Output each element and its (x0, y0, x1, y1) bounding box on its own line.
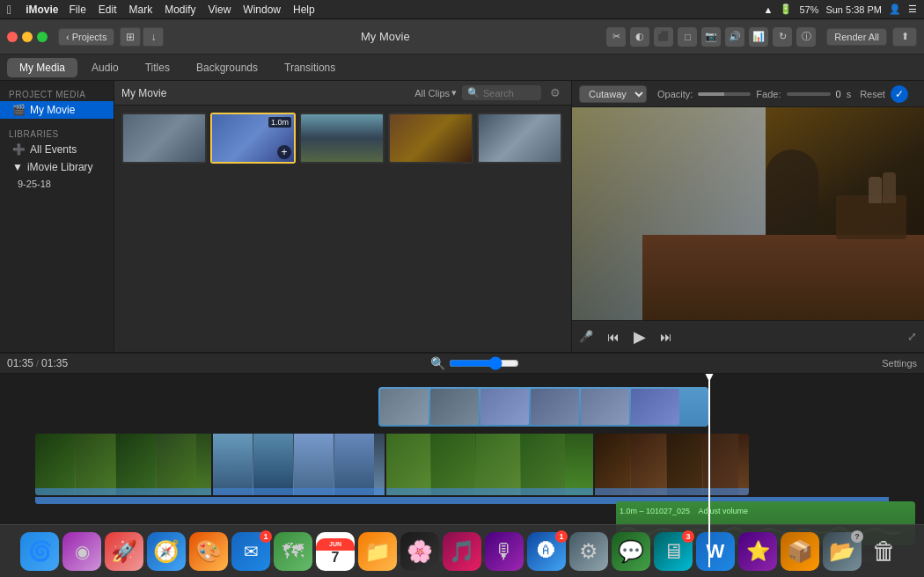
fade-slider[interactable] (787, 92, 831, 96)
menu-modify[interactable]: Modify (165, 4, 195, 16)
minimize-button[interactable] (22, 32, 33, 42)
crop-tool[interactable]: □ (678, 27, 697, 47)
opacity-slider[interactable] (698, 92, 751, 96)
main-clip-1[interactable] (35, 434, 211, 495)
maximize-button[interactable] (37, 32, 48, 42)
menu-edit[interactable]: Edit (99, 4, 117, 16)
projects-button[interactable]: ‹ Projects (58, 28, 114, 46)
dock-calendar[interactable]: JUN 7 (316, 532, 355, 571)
all-clips-button[interactable]: All Clips ▾ (414, 87, 457, 99)
app-name[interactable]: iMovie (26, 4, 58, 16)
my-movie-item[interactable]: 🎬 My Movie (0, 101, 114, 119)
clip-5[interactable] (477, 113, 562, 164)
zoom-out-icon[interactable]: 🔍 (430, 356, 445, 370)
scissors-tool[interactable]: ✂ (606, 27, 626, 47)
menu-view[interactable]: View (209, 4, 231, 16)
dock-files[interactable]: 📁 (358, 532, 397, 571)
fullscreen-icon[interactable]: ⤢ (907, 330, 917, 343)
speed-tool[interactable]: ↻ (773, 27, 792, 47)
launchpad-icon: 🚀 (111, 539, 137, 564)
color-tool[interactable]: ◐ (630, 27, 649, 47)
playhead[interactable] (708, 374, 710, 567)
clip-3[interactable] (299, 113, 385, 164)
dock-photos[interactable]: 🌸 (400, 532, 439, 571)
remote-icon: 🖥 (663, 539, 684, 564)
dock-photos2[interactable]: 🎨 (189, 532, 228, 571)
notification-icon[interactable]: ☰ (908, 4, 917, 15)
main-clip-3[interactable] (386, 434, 593, 495)
search-input[interactable] (483, 88, 536, 99)
tab-transitions[interactable]: Transitions (272, 58, 348, 77)
tab-audio[interactable]: Audio (79, 58, 131, 77)
dock-prefs[interactable]: ⚙ (569, 532, 608, 571)
menu-mark[interactable]: Mark (129, 4, 153, 16)
noise-tool[interactable]: ⬛ (654, 27, 673, 47)
menu-help[interactable]: Help (293, 4, 315, 16)
clip-2[interactable]: 1.0m + (210, 113, 296, 164)
dock-word[interactable]: W (696, 532, 735, 571)
dock-appstore[interactable]: 🅐 1 (527, 532, 566, 571)
confirm-button[interactable]: ✓ (891, 85, 908, 103)
dock-archive[interactable]: 📂 ? (823, 532, 862, 571)
main-clip-4[interactable] (595, 434, 749, 495)
calendar-day: 7 (332, 551, 340, 565)
main-clip-2[interactable] (213, 434, 385, 495)
cafe-counter (642, 235, 924, 320)
dock-trash[interactable]: 🗑 (865, 532, 904, 571)
dock-stuffit[interactable]: 📦 (781, 532, 819, 571)
go-to-start-button[interactable]: ⏮ (607, 330, 620, 344)
mail-icon: ✉ (244, 541, 259, 562)
camera-tool[interactable]: 📷 (701, 27, 721, 47)
tab-my-media[interactable]: My Media (7, 58, 77, 77)
media-browser: My Movie All Clips ▾ 🔍 ⚙ 1.0m + (114, 81, 572, 352)
zoom-slider[interactable] (449, 356, 519, 370)
cutaway-select[interactable]: Cutaway (579, 85, 647, 103)
dock-maps[interactable]: 🗺 (274, 532, 312, 571)
import-button[interactable]: ⊞ (120, 27, 141, 47)
audio-tool[interactable]: 🔊 (725, 27, 744, 47)
chart-tool[interactable]: 📊 (749, 27, 768, 47)
menu-window[interactable]: Window (243, 4, 281, 16)
media-settings-button[interactable]: ⚙ (546, 84, 564, 102)
frame-4 (157, 434, 196, 495)
dock-mail[interactable]: ✉ 1 (231, 532, 270, 571)
date-item[interactable]: 9-25-18 (0, 176, 114, 192)
tab-backgrounds[interactable]: Backgrounds (184, 58, 270, 77)
dock-imovie[interactable]: ⭐ (738, 532, 777, 571)
dock-siri[interactable]: ◉ (62, 532, 101, 571)
dock-messages[interactable]: 💬 (612, 532, 650, 571)
mic-icon[interactable]: 🎤 (579, 330, 593, 343)
close-button[interactable] (7, 32, 18, 42)
preview-controls: 🎤 ⏮ ▶ ⏭ ⤢ (572, 320, 924, 352)
clip-frames-3 (386, 434, 593, 495)
go-to-end-button[interactable]: ⏭ (660, 330, 672, 344)
dock-launchpad[interactable]: 🚀 (105, 532, 143, 571)
dock-safari[interactable]: 🧭 (147, 532, 186, 571)
clip-4[interactable] (388, 113, 473, 164)
timeline-zoom: 🔍 (430, 356, 519, 370)
tab-titles[interactable]: Titles (133, 58, 182, 77)
apple-menu[interactable]:  (7, 3, 11, 17)
timeline-settings-button[interactable]: Settings (882, 358, 917, 369)
clip-add-button[interactable]: + (277, 145, 291, 159)
share-button[interactable]: ⬆ (892, 27, 917, 47)
clip-1[interactable] (121, 113, 207, 164)
cutaway-clip[interactable] (378, 387, 708, 427)
dock-finder[interactable]: 🌀 (20, 532, 59, 571)
imovie-library-item[interactable]: ▼ iMovie Library (0, 158, 114, 176)
menu-file[interactable]: File (69, 4, 85, 16)
frame-9 (386, 434, 430, 495)
frame-12 (521, 434, 565, 495)
dock-itunes[interactable]: 🎵 (443, 532, 481, 571)
info-tool[interactable]: ⓘ (796, 27, 816, 47)
reset-button[interactable]: Reset (860, 89, 885, 99)
render-all-button[interactable]: Render All (826, 28, 887, 46)
play-button[interactable]: ▶ (634, 327, 646, 347)
all-events-item[interactable]: ➕ All Events (0, 141, 114, 158)
download-button[interactable]: ↓ (143, 27, 164, 47)
audio-bar-3 (386, 488, 593, 495)
user-icon[interactable]: 👤 (889, 4, 901, 15)
dock-podcasts[interactable]: 🎙 (485, 532, 524, 571)
dock-remote[interactable]: 🖥 3 (654, 532, 693, 571)
frame-13 (595, 434, 630, 495)
